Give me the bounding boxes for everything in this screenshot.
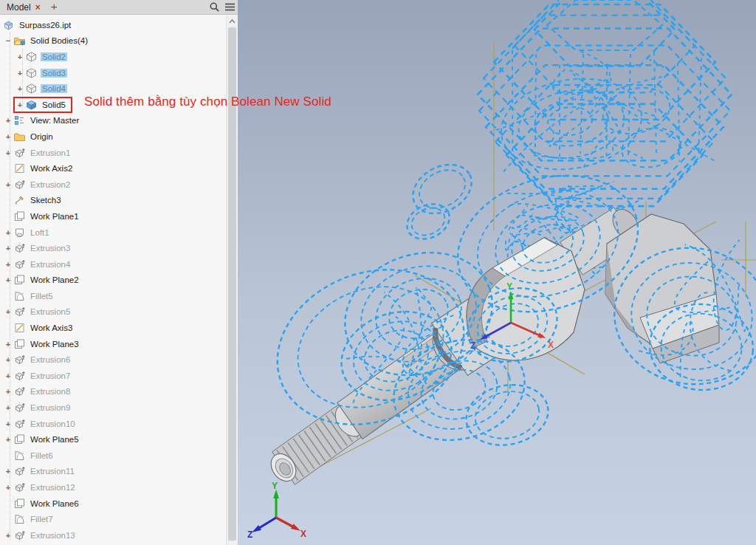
- expander-plus-icon[interactable]: +: [3, 467, 13, 476]
- expander-plus-icon[interactable]: +: [3, 419, 13, 428]
- tree-item-extrusion9[interactable]: +Extrusion9: [3, 400, 226, 416]
- annotation-text: Solid thêm bằng tùy chọn Bolean New Soli…: [84, 95, 331, 109]
- tree-item-surpass26-ipt[interactable]: Surpass26.ipt: [2, 17, 226, 33]
- tree-item-extrusion6[interactable]: +Extrusion6: [3, 352, 226, 368]
- svg-text:Y: Y: [506, 281, 512, 292]
- expander-plus-icon[interactable]: +: [3, 116, 13, 125]
- viewport-3d[interactable]: YXZYZX: [238, 0, 756, 545]
- tree-item-extrusion2[interactable]: +Extrusion2: [3, 176, 226, 193]
- expander-plus-icon[interactable]: +: [3, 387, 13, 396]
- expander-minus-icon[interactable]: −: [3, 36, 13, 45]
- part-icon: [2, 19, 15, 31]
- expander-plus-icon[interactable]: +: [15, 69, 25, 78]
- tree-item-work-plane6[interactable]: Work Plane6: [3, 496, 226, 512]
- extrusion-icon: [13, 354, 26, 366]
- expander-plus-icon[interactable]: +: [3, 307, 13, 316]
- search-icon[interactable]: [209, 1, 220, 13]
- expander-plus-icon[interactable]: +: [3, 340, 13, 349]
- tree-item-fillet7[interactable]: Fillet7: [3, 511, 226, 527]
- expander-plus-icon[interactable]: +: [3, 371, 13, 380]
- tree-item-label: Solid Bodies(4): [29, 36, 89, 45]
- expander-plus-icon[interactable]: +: [3, 132, 13, 141]
- tree-item-loft1[interactable]: +Loft1: [3, 224, 226, 241]
- tree-item-extrusion5[interactable]: +Extrusion5: [3, 304, 226, 321]
- svg-text:X: X: [548, 340, 554, 350]
- expander-plus-icon[interactable]: +: [3, 355, 13, 364]
- tree-item-extrusion8[interactable]: +Extrusion8: [3, 384, 226, 400]
- tree-item-label: View: Master: [29, 116, 80, 125]
- tree-item-label: Fillet6: [29, 451, 55, 460]
- tree-item-view-master[interactable]: +View: Master: [3, 113, 226, 129]
- folder-icon: [13, 131, 26, 143]
- work-axis-icon: [13, 162, 26, 174]
- tree-item-extrusion12[interactable]: +Extrusion12: [3, 479, 226, 496]
- tree-item-label: Origin: [29, 132, 55, 141]
- tree-item-label: Extrusion9: [29, 403, 72, 412]
- svg-text:Y: Y: [272, 481, 278, 491]
- tree-item-label: Work Plane1: [29, 212, 80, 221]
- tree-item-fillet5[interactable]: Fillet5: [3, 288, 226, 304]
- tree-item-work-plane1[interactable]: Work Plane1: [3, 208, 226, 224]
- folder-solids-icon: [13, 35, 26, 47]
- expander-plus-icon[interactable]: +: [15, 52, 25, 61]
- expander-plus-icon[interactable]: +: [3, 531, 13, 540]
- expander-plus-icon[interactable]: +: [3, 180, 13, 189]
- cube-wire-icon: [25, 51, 38, 63]
- tree-item-label: Solid3: [41, 69, 67, 78]
- new-tab-button[interactable]: +: [51, 1, 58, 12]
- cube-solid-icon: [25, 99, 38, 111]
- work-axis-icon: [13, 322, 26, 334]
- extrusion-icon: [13, 306, 26, 318]
- tab-model[interactable]: Model ×: [0, 0, 45, 14]
- tree-item-label: Work Plane6: [29, 499, 80, 508]
- tree-item-work-plane2[interactable]: +Work Plane2: [3, 272, 226, 289]
- tree-item-label: Work Axis3: [29, 323, 74, 332]
- tree-item-label: Extrusion11: [29, 467, 76, 476]
- sketch-icon: [13, 194, 26, 206]
- model-browser-panel: Model × + Surpass26.ipt−Solid Bodies(4)+…: [0, 0, 238, 545]
- tree-item-extrusion4[interactable]: +Extrusion4: [3, 256, 226, 272]
- tree-item-label: Fillet5: [29, 292, 55, 301]
- tree-item-solid3[interactable]: +Solid3: [15, 65, 226, 81]
- tree-item-extrusion3[interactable]: +Extrusion3: [3, 240, 226, 256]
- expander-plus-icon[interactable]: +: [3, 260, 13, 269]
- tree-item-label: Work Plane3: [29, 340, 80, 349]
- tree-item-extrusion13[interactable]: +Extrusion13: [3, 527, 226, 544]
- tree-item-label: Sketch3: [29, 196, 63, 205]
- tree-item-origin[interactable]: +Origin: [3, 128, 226, 145]
- expander-plus-icon[interactable]: +: [3, 148, 13, 157]
- tree-item-label: Surpass26.ipt: [18, 21, 72, 30]
- tree-item-work-plane5[interactable]: +Work Plane5: [3, 431, 226, 448]
- expander-plus-icon[interactable]: +: [3, 435, 13, 444]
- svg-text:X: X: [300, 529, 306, 539]
- expander-plus-icon[interactable]: +: [3, 275, 13, 284]
- tree-item-solid-bodies-4-[interactable]: −Solid Bodies(4): [3, 33, 226, 49]
- menu-icon[interactable]: [224, 2, 236, 12]
- red-highlight-box: +Solid5: [13, 97, 72, 113]
- tree-item-sketch3[interactable]: Sketch3: [3, 193, 226, 209]
- tree-item-extrusion7[interactable]: +Extrusion7: [3, 368, 226, 384]
- svg-text:Z: Z: [470, 340, 475, 351]
- tree-item-work-axis3[interactable]: Work Axis3: [3, 320, 226, 336]
- expander-plus-icon[interactable]: +: [15, 100, 25, 109]
- expander-plus-icon[interactable]: +: [3, 403, 13, 412]
- extrusion-icon: [13, 385, 26, 397]
- tree-item-label: Work Plane2: [29, 275, 80, 284]
- tree-item-work-plane3[interactable]: +Work Plane3: [3, 336, 226, 352]
- extrusion-icon: [13, 465, 26, 477]
- scroll-up-arrow[interactable]: [227, 16, 238, 27]
- tree-item-solid2[interactable]: +Solid2: [15, 49, 226, 65]
- expander-plus-icon[interactable]: +: [3, 228, 13, 237]
- tree-item-extrusion1[interactable]: +Extrusion1: [3, 145, 226, 161]
- expander-plus-icon[interactable]: +: [3, 483, 13, 492]
- tree-item-extrusion11[interactable]: +Extrusion11: [3, 464, 226, 480]
- tree-item-extrusion10[interactable]: +Extrusion10: [3, 416, 226, 432]
- expander-plus-icon[interactable]: +: [15, 84, 25, 93]
- plane-icon: [13, 338, 26, 350]
- tree-item-work-axis2[interactable]: Work Axis2: [3, 160, 226, 176]
- tree-item-label: Loft1: [29, 228, 51, 237]
- tree-item-fillet6[interactable]: Fillet6: [3, 448, 226, 464]
- tree-item-label: Extrusion1: [29, 148, 72, 157]
- tab-close-icon[interactable]: ×: [35, 3, 41, 12]
- expander-plus-icon[interactable]: +: [3, 244, 13, 253]
